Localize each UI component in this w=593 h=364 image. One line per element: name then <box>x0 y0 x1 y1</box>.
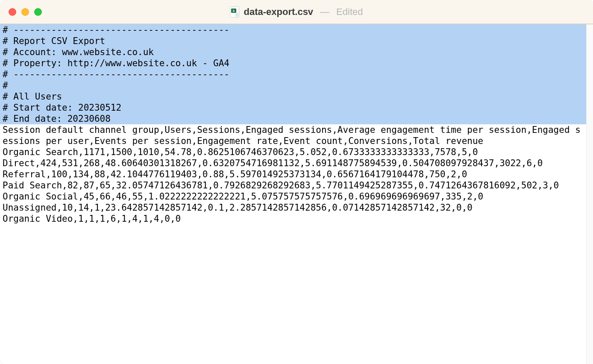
titlebar[interactable]: X data-export.csv — Edited <box>0 0 593 24</box>
highlighted-line[interactable]: # End date: 20230608 <box>0 113 586 124</box>
text-line[interactable]: Unassigned,10,14,1,23.642857142857142,0.… <box>0 202 586 213</box>
content-area: # --------------------------------------… <box>0 24 593 364</box>
text-line[interactable]: Organic Search,1171,1500,1010,54.78,0.86… <box>0 147 586 158</box>
highlighted-line[interactable]: # --------------------------------------… <box>0 24 586 35</box>
vertical-scrollbar[interactable] <box>586 24 593 364</box>
text-line[interactable]: Organic Social,45,66,46,55,1.02222222222… <box>0 191 586 202</box>
editor-window: X data-export.csv — Edited # -----------… <box>0 0 593 364</box>
svg-rect-3 <box>235 13 238 17</box>
text-line[interactable]: Direct,424,531,268,48.60640301318267,0.6… <box>0 158 586 169</box>
spreadsheet-file-icon: X <box>230 6 239 18</box>
window-controls <box>0 8 42 16</box>
text-line[interactable]: Organic Video,1,1,1,6,1,4,1,4,0,0 <box>0 213 586 224</box>
highlighted-line[interactable]: # Account: www.website.co.uk <box>0 47 586 58</box>
close-icon[interactable] <box>9 8 16 16</box>
svg-rect-1 <box>231 9 236 13</box>
maximize-icon[interactable] <box>34 8 42 16</box>
svg-text:X: X <box>233 9 235 13</box>
highlighted-line[interactable]: # Report CSV Export <box>0 35 586 47</box>
svg-rect-0 <box>230 6 239 17</box>
text-editor[interactable]: # --------------------------------------… <box>0 24 586 364</box>
document-status-label: Edited <box>336 6 363 18</box>
highlighted-line[interactable]: # --------------------------------------… <box>0 69 586 80</box>
highlighted-line[interactable]: # Property: http://www.website.co.uk - G… <box>0 58 586 69</box>
minimize-icon[interactable] <box>21 8 29 16</box>
filename-label: data-export.csv <box>244 6 313 18</box>
window-title: X data-export.csv — Edited <box>0 6 593 18</box>
highlighted-line[interactable]: # <box>0 80 586 91</box>
highlighted-line[interactable]: # Start date: 20230512 <box>0 102 586 113</box>
title-separator: — <box>317 6 332 18</box>
text-line[interactable]: Referral,100,134,88,42.1044776119403,0.8… <box>0 169 586 180</box>
text-line[interactable]: Paid Search,82,87,65,32.05747126436781,0… <box>0 180 586 191</box>
editor-text[interactable]: # --------------------------------------… <box>0 24 586 224</box>
highlighted-line[interactable]: # All Users <box>0 91 586 102</box>
text-line[interactable]: Session default channel group,Users,Sess… <box>0 124 586 147</box>
